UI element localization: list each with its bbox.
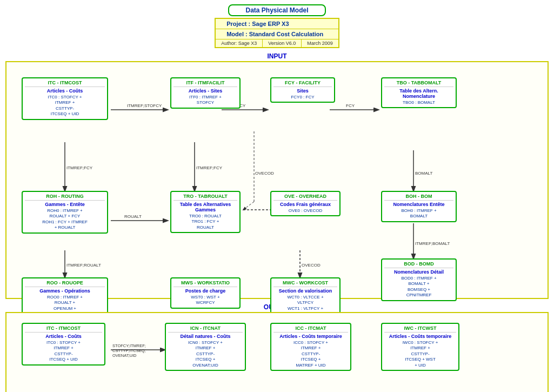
svg-text:STOFCY;ITMREF;: STOFCY;ITMREF; xyxy=(112,343,146,348)
fcy-title: FCY - FACILITY xyxy=(273,80,332,87)
node-itc-out: ITC - ITMCOST Articles - Coûts ITC0 : ST… xyxy=(22,323,105,366)
svg-text:ITMREF;STOFCY: ITMREF;STOFCY xyxy=(127,103,162,108)
ove-title: OVE - OVERHEAD xyxy=(273,194,337,201)
version-cell: Version V6.0 xyxy=(263,39,302,47)
iwc-content: IWC0 : STOFCY + ITMREF + CSTTYP- ITCSEQ … xyxy=(384,340,456,368)
node-boh: BOH - BOM Nomenclatures Entête BOH0 : IT… xyxy=(381,191,457,222)
icc-subtitle: Articles - Coûts temporaire xyxy=(273,334,348,339)
date-cell: March 2009 xyxy=(302,39,338,47)
input-section: ITMREF;STOFCY STOFCY FCY BOMALT ITMREF;B… xyxy=(5,61,549,299)
tbo-subtitle: Table des Altern. Nomenclature xyxy=(384,88,453,99)
itf-content: ITF0 : ITMREF + STOFCY xyxy=(173,95,237,106)
title-area: Data Physical Model Project : Sage ERP X… xyxy=(0,0,554,50)
input-diagram: ITMREF;STOFCY STOFCY FCY BOMALT ITMREF;B… xyxy=(11,67,543,294)
itf-title: ITF - ITMFACILIT xyxy=(173,80,237,87)
svg-text:FCY: FCY xyxy=(346,103,355,108)
svg-text:OVENAT;UID: OVENAT;UID xyxy=(112,353,137,358)
node-icn: ICN - ITCNAT Détail natures - Coûts ICN0… xyxy=(165,323,246,371)
node-ove: OVE - OVERHEAD Codes Frais généraux OVE0… xyxy=(270,191,341,216)
project-label: Project : Sage ERP X3 xyxy=(216,19,338,29)
svg-text:CSTTYP;ITCSEQ;: CSTTYP;ITCSEQ; xyxy=(112,348,146,353)
bod-title: BOD - BOMD xyxy=(384,261,453,268)
icc-title: ICC - ITCMAT xyxy=(273,325,348,333)
mwc-subtitle: Section de valorisation xyxy=(273,288,337,294)
mws-title: MWS - WORKSTATIO xyxy=(173,280,237,287)
mws-subtitle: Postes de charge xyxy=(173,288,237,294)
mwc-title: MWC - WORKCOST xyxy=(273,280,337,287)
roh-subtitle: Gammes - Entête xyxy=(25,202,105,207)
svg-text:ITMREF;BOMALT: ITMREF;BOMALT xyxy=(415,241,450,246)
main-title: Data Physical Model xyxy=(228,4,325,16)
node-mws: MWS - WORKSTATIO Postes de charge WST0 :… xyxy=(170,277,241,309)
svg-text:ITMREF;FCY: ITMREF;FCY xyxy=(196,165,223,170)
tbo-title: TBO - TABBOMALT xyxy=(384,80,453,87)
svg-text:BOMALT: BOMALT xyxy=(415,171,432,176)
itf-subtitle: Articles - Sites xyxy=(173,88,237,94)
roo-title: ROO - ROUOPE xyxy=(25,280,105,287)
svg-text:ITMREF;FCY: ITMREF;FCY xyxy=(66,165,93,170)
itc-title: ITC - ITMCOST xyxy=(25,80,105,87)
node-bod: BOD - BOMD Nomenclatures Détail BOD0 : I… xyxy=(381,258,457,301)
node-iwc: IWC - ITCWST Articles - Coûts temporaire… xyxy=(381,323,459,371)
tbo-content: TBO0 : BOMALT xyxy=(384,100,453,105)
boh-content: BOH0 : ITMREF + BOMALT xyxy=(384,208,453,220)
tro-content: TRO0 : ROUALT TRO1 : FCY + ROUALT xyxy=(173,214,237,230)
svg-line-26 xyxy=(243,202,254,210)
iwc-title: IWC - ITCWST xyxy=(384,325,456,333)
node-tro: TRO - TABROUALT Table des Alternatives G… xyxy=(170,191,241,233)
boh-subtitle: Nomenclatures Entête xyxy=(384,202,453,207)
roh-content: ROH0 : ITMREF + ROUALT + FCY ROH1 : FCY … xyxy=(25,208,105,231)
iwc-subtitle: Articles - Coûts temporaire xyxy=(384,334,456,339)
model-label: Model : Standard Cost Calculation xyxy=(216,29,338,39)
roo-subtitle: Gammes - Opérations xyxy=(25,288,105,294)
roh-title: ROH - ROUTING xyxy=(25,194,105,201)
ove-subtitle: Codes Frais généraux xyxy=(273,202,337,207)
input-label: INPUT xyxy=(0,52,554,60)
svg-text:OVECOD: OVECOD xyxy=(255,171,274,176)
tro-subtitle: Table des Alternatives Gammes xyxy=(173,202,237,212)
author-cell: Author: Sage X3 xyxy=(216,39,263,47)
svg-text:ROUALT: ROUALT xyxy=(124,214,142,219)
fcy-content: FCY0 : FCY xyxy=(273,95,332,100)
ove-content: OVE0 : OVECOD xyxy=(273,208,337,214)
itc-subtitle: Articles - Coûts xyxy=(25,88,105,94)
bod-content: BOD0 : ITMREF + BOMALT + BOMSEQ + CPNITM… xyxy=(384,276,453,298)
svg-text:OVECOD: OVECOD xyxy=(302,263,321,268)
itc-out-subtitle: Articles - Coûts xyxy=(25,334,102,339)
itc-out-title: ITC - ITMCOST xyxy=(25,325,102,333)
svg-text:ITMREF;ROUALT: ITMREF;ROUALT xyxy=(66,263,101,268)
node-itc: ITC - ITMCOST Articles - Coûts ITC0 : ST… xyxy=(22,77,108,120)
output-diagram: STOFCY;ITMREF; CSTTYP;ITCSEQ; OVENAT;UID… xyxy=(11,317,543,392)
node-tbo: TBO - TABBOMALT Table des Altern. Nomenc… xyxy=(381,77,457,108)
node-icc: ICC - ITCMAT Articles - Coûts temporaire… xyxy=(270,323,351,371)
mws-content: WST0 : WST + WCRFCY xyxy=(173,295,237,306)
itc-out-content: ITC0 : STOFCY + ITMREF + CSTTYP- ITCSEQ … xyxy=(25,340,102,363)
bod-subtitle: Nomenclatures Détail xyxy=(384,269,453,275)
node-fcy: FCY - FACILITY Sites FCY0 : FCY xyxy=(270,77,335,103)
icn-subtitle: Détail natures - Coûts xyxy=(168,334,243,339)
fcy-subtitle: Sites xyxy=(273,88,332,94)
tro-title: TRO - TABROUALT xyxy=(173,194,237,201)
node-itf: ITF - ITMFACILIT Articles - Sites ITF0 :… xyxy=(170,77,241,109)
icn-content: ICN0 : STOFCY + ITMREF + CSTTYP- ITCSEQ … xyxy=(168,340,243,368)
output-section: STOFCY;ITMREF; CSTTYP;ITCSEQ; OVENAT;UID… xyxy=(5,312,549,392)
icc-content: ICC0 : STOFCY + ITMREF + CSTTYP- ITCSEQ … xyxy=(273,340,348,368)
icn-title: ICN - ITCNAT xyxy=(168,325,243,333)
itc-content: ITC0 : STOFCY + ITMREF + CSTTYP- ITCSEQ … xyxy=(25,95,105,117)
boh-title: BOH - BOM xyxy=(384,194,453,201)
node-roh: ROH - ROUTING Gammes - Entête ROH0 : ITM… xyxy=(22,191,108,234)
